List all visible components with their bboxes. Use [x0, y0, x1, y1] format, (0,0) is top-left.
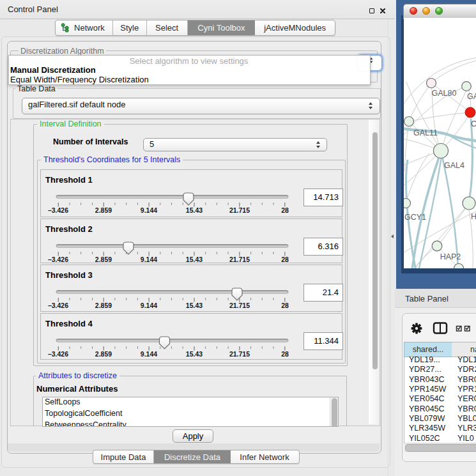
svg-text:GA: GA — [467, 92, 476, 101]
svg-text:HA: HA — [471, 212, 476, 221]
svg-text:GAL4: GAL4 — [444, 161, 464, 170]
svg-text:HAP2: HAP2 — [440, 252, 461, 261]
svg-text:GAL80: GAL80 — [432, 89, 457, 98]
svg-text:GCY1: GCY1 — [404, 213, 426, 222]
svg-text:CA: CA — [471, 119, 476, 128]
svg-text:GAL11: GAL11 — [413, 128, 438, 137]
